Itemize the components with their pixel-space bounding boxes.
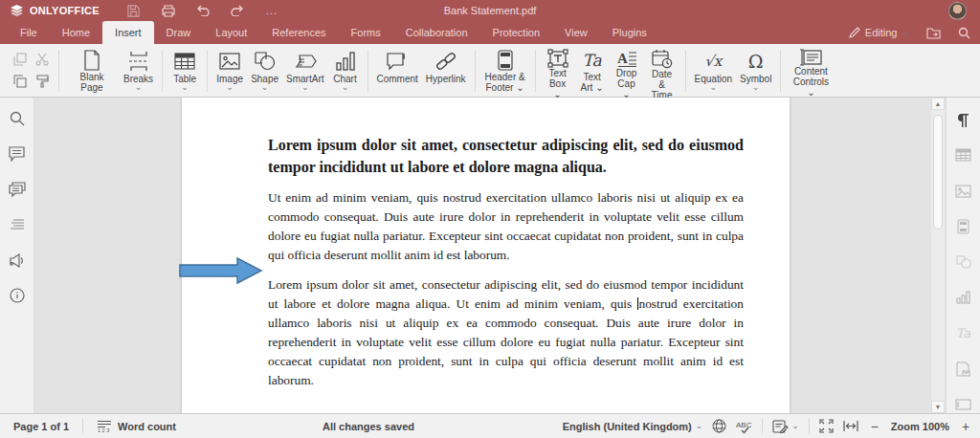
document-heading[interactable]: Lorem ipsum dolor sit amet, consectetur … — [268, 134, 744, 178]
tab-file[interactable]: File — [8, 21, 50, 44]
chat-panel-icon[interactable] — [8, 180, 27, 199]
paragraph-settings-icon[interactable] — [954, 111, 973, 128]
tab-layout[interactable]: Layout — [203, 21, 259, 44]
header-footer-button[interactable]: Header & Footer ⌄ — [480, 48, 530, 94]
save-button[interactable] — [126, 3, 142, 18]
hyperlink-button[interactable]: Hyperlink — [422, 48, 470, 94]
chart-settings-icon[interactable] — [954, 289, 973, 306]
word-count-button[interactable]: 1 2 3 Word count — [83, 414, 189, 438]
smartart-button[interactable]: SmartArt ⌄ — [282, 48, 327, 94]
scroll-up-button[interactable]: ▲ — [931, 98, 945, 110]
tab-protection[interactable]: Protection — [480, 21, 553, 44]
content-controls-button[interactable]: Content Controls ⌄ — [786, 48, 835, 94]
shape-icon — [255, 49, 276, 74]
tab-forms[interactable]: Forms — [339, 21, 393, 44]
chevron-down-icon: ⌄ — [696, 423, 703, 429]
image-button[interactable]: Image ⌄ — [212, 48, 247, 94]
more-quick-access-button[interactable]: ... — [264, 3, 279, 18]
redo-button[interactable] — [230, 3, 245, 18]
feedback-icon[interactable] — [8, 251, 27, 270]
undo-button[interactable] — [195, 3, 211, 18]
scroll-down-button[interactable]: ▼ — [931, 401, 945, 413]
zoom-in-button[interactable]: + — [959, 419, 972, 434]
tab-references[interactable]: References — [259, 21, 338, 44]
text-box-settings-icon[interactable] — [954, 396, 973, 413]
breaks-icon — [128, 49, 149, 74]
vertical-scrollbar[interactable]: ▲ ▼ — [931, 98, 945, 413]
right-arrow-shape[interactable] — [179, 256, 263, 285]
table-settings-icon[interactable] — [954, 146, 973, 164]
word-count-icon: 1 2 3 — [97, 420, 112, 432]
fit-page-button[interactable] — [819, 419, 834, 433]
user-avatar[interactable] — [948, 2, 967, 20]
date-time-button[interactable]: Date & Time — [644, 48, 680, 94]
tab-view[interactable]: View — [552, 21, 600, 44]
text-art-button[interactable]: Ta Text Art ⌄ — [575, 48, 610, 94]
scrollbar-thumb[interactable] — [933, 115, 943, 230]
tab-draw[interactable]: Draw — [154, 21, 204, 44]
chevron-down-icon: ⌄ — [181, 84, 189, 91]
document-canvas[interactable]: Lorem ipsum dolor sit amet, consectetur … — [35, 98, 931, 413]
statusbar-divider — [809, 419, 810, 434]
paste-button[interactable] — [11, 72, 30, 91]
search-panel-icon[interactable] — [8, 109, 27, 128]
document-paragraph-1[interactable]: Ut enim ad minim veniam, quis nostrud ex… — [268, 188, 744, 265]
copy-button[interactable] — [11, 50, 30, 69]
document-page[interactable]: Lorem ipsum dolor sit amet, consectetur … — [182, 98, 790, 413]
breaks-button[interactable]: Breaks ⌄ — [120, 48, 157, 94]
track-changes-button[interactable]: ⌄ — [772, 420, 799, 433]
blank-page-button[interactable]: Blank Page — [64, 48, 120, 94]
smartart-icon — [294, 49, 317, 74]
tab-plugins[interactable]: Plugins — [600, 21, 659, 44]
document-paragraph-2[interactable]: Lorem ipsum dolor sit amet, consectetur … — [268, 275, 744, 390]
statusbar-divider — [762, 419, 763, 434]
tab-collaboration[interactable]: Collaboration — [393, 21, 480, 44]
text-art-icon: Ta — [582, 49, 601, 72]
navigation-panel-icon[interactable] — [8, 215, 27, 234]
blank-page-icon — [83, 49, 100, 72]
language-selector[interactable]: English (United Kingdom) ⌄ — [563, 421, 703, 432]
image-settings-icon[interactable] — [954, 182, 973, 199]
spellcheck-icon[interactable]: ABC — [736, 420, 752, 433]
drop-cap-button[interactable]: A Drop Cap ⌄ — [610, 48, 644, 94]
page-indicator[interactable]: Page 1 of 1 — [0, 414, 82, 438]
shape-settings-icon[interactable] — [954, 253, 973, 271]
zoom-out-button[interactable]: − — [868, 419, 881, 434]
table-button[interactable]: Table ⌄ — [167, 48, 202, 94]
about-icon[interactable] — [8, 286, 27, 305]
fit-width-button[interactable] — [843, 420, 858, 432]
print-button[interactable] — [161, 3, 176, 18]
editing-mode-dropdown[interactable]: Editing ⌄ — [849, 27, 909, 38]
table-icon — [174, 49, 195, 74]
save-status: All changes saved — [323, 421, 414, 432]
tab-home[interactable]: Home — [50, 21, 102, 44]
ribbon-tabs-bar: File Home Insert Draw Layout References … — [0, 21, 980, 44]
symbol-button[interactable]: Ω Symbol ⌄ — [736, 48, 775, 94]
app-name: ONLYOFFICE — [30, 5, 100, 16]
text-art-settings-icon[interactable]: Ta — [954, 324, 973, 341]
chevron-down-icon: ⌄ — [752, 84, 760, 91]
chart-icon — [336, 49, 355, 74]
set-language-globe-icon[interactable] — [712, 419, 726, 433]
shape-button[interactable]: Shape ⌄ — [247, 48, 282, 94]
zoom-level[interactable]: Zoom 100% — [891, 421, 949, 432]
chart-button[interactable]: Chart ⌄ — [328, 48, 363, 94]
header-footer-icon — [498, 49, 513, 72]
mail-merge-settings-icon[interactable] — [954, 361, 973, 378]
tab-insert[interactable]: Insert — [102, 21, 154, 44]
chevron-down-icon: ⌄ — [791, 423, 799, 429]
comments-panel-icon[interactable] — [8, 144, 27, 164]
format-painter-button[interactable] — [33, 72, 52, 91]
chevron-down-icon: ⌄ — [261, 84, 269, 91]
open-file-location-button[interactable] — [926, 27, 941, 39]
equation-button[interactable]: √x Equation ⌄ — [691, 48, 736, 94]
cut-button[interactable] — [33, 50, 52, 69]
comment-button[interactable]: Comment — [373, 48, 422, 94]
equation-icon: √x — [704, 49, 722, 74]
text-box-button[interactable]: Text Box ⌄ — [541, 48, 575, 94]
header-footer-settings-icon[interactable] — [954, 218, 973, 235]
ribbon-tabs: File Home Insert Draw Layout References … — [0, 21, 659, 44]
image-icon — [219, 49, 240, 74]
text-box-icon — [547, 49, 568, 68]
search-icon[interactable] — [958, 27, 970, 39]
